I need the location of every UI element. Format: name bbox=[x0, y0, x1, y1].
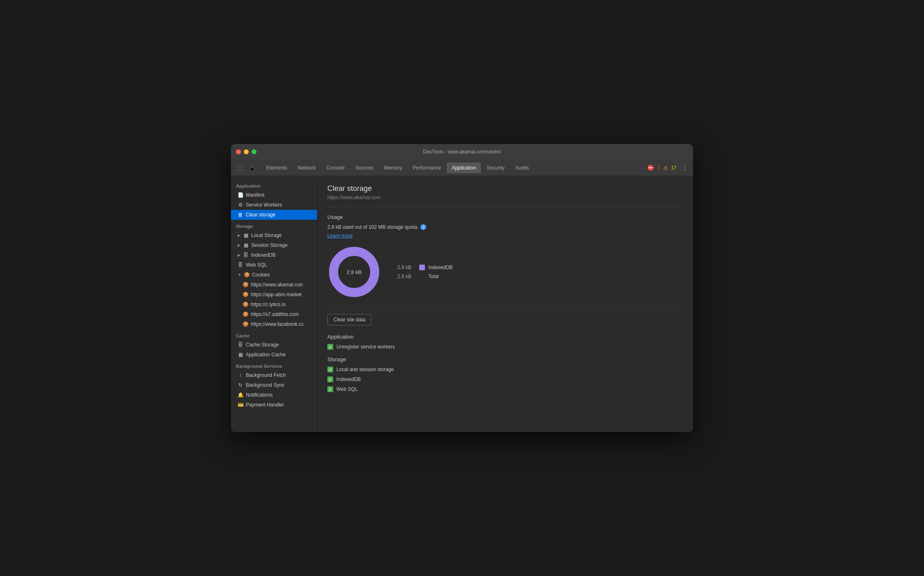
toolbar: ⬚ 📱 Elements Network Console Sources Mem… bbox=[231, 160, 693, 176]
sidebar-label-service-workers: Service Workers bbox=[246, 202, 282, 208]
toolbar-icons: ⬚ 📱 bbox=[234, 163, 257, 173]
sidebar-item-local-storage[interactable]: ▶ ▦ Local Storage bbox=[231, 230, 317, 240]
cookie-akamai-icon: 🍪 bbox=[243, 282, 248, 288]
sidebar-item-cookie-abm[interactable]: 🍪 https://app-abm.market bbox=[231, 290, 317, 300]
checkbox-label-indexeddb: IndexedDB bbox=[336, 376, 361, 382]
service-workers-icon: ⚙ bbox=[238, 202, 243, 208]
sidebar: Application 📄 Manifest ⚙ Service Workers… bbox=[231, 176, 317, 432]
sidebar-section-cache: Cache bbox=[231, 329, 317, 340]
manifest-icon: 📄 bbox=[238, 192, 243, 198]
arrow-session-storage: ▶ bbox=[238, 243, 240, 247]
arrow-indexeddb: ▶ bbox=[238, 253, 240, 257]
app-section-title: Application bbox=[327, 334, 683, 340]
cookie-facebook-icon: 🍪 bbox=[243, 321, 248, 327]
sidebar-item-cookie-facebook[interactable]: 🍪 https://www.facebook.cc bbox=[231, 319, 317, 329]
sidebar-item-indexeddb[interactable]: ▶ 🗄 IndexedDB bbox=[231, 250, 317, 260]
tab-application[interactable]: Application bbox=[447, 163, 481, 173]
storage-section-title: Storage bbox=[327, 356, 683, 362]
usage-value: 2.8 kB used out of 102 MB storage quota. bbox=[327, 224, 418, 230]
sidebar-section-application: Application bbox=[231, 179, 317, 190]
error-count: 3 bbox=[657, 165, 660, 171]
legend-item-total: 2.8 kB Total bbox=[397, 274, 453, 279]
clear-site-data-button[interactable]: Clear site data bbox=[327, 314, 371, 325]
cookie-abm-icon: 🍪 bbox=[243, 292, 248, 297]
minimize-button[interactable] bbox=[244, 149, 249, 154]
indexeddb-icon: 🗄 bbox=[243, 252, 249, 258]
sidebar-item-cookie-addthis[interactable]: 🍪 https://s7.addthis.com bbox=[231, 309, 317, 319]
usage-section-title: Usage bbox=[327, 214, 683, 220]
notifications-icon: 🔔 bbox=[238, 392, 243, 398]
app-checkbox-group: Unregister service workers bbox=[327, 344, 683, 350]
sidebar-label-cache-storage: Cache Storage bbox=[246, 342, 279, 348]
checkbox-indexeddb[interactable]: IndexedDB bbox=[327, 376, 683, 382]
sidebar-item-notifications[interactable]: 🔔 Notifications bbox=[231, 390, 317, 400]
sidebar-label-indexeddb: IndexedDB bbox=[251, 252, 275, 258]
sidebar-item-web-sql[interactable]: 🗄 Web SQL bbox=[231, 260, 317, 270]
cursor-icon[interactable]: ⬚ bbox=[234, 163, 245, 173]
cookie-lytics-icon: 🍪 bbox=[243, 302, 248, 307]
sidebar-label-notifications: Notifications bbox=[246, 392, 273, 398]
sidebar-item-clear-storage[interactable]: 🗑 Clear storage bbox=[231, 210, 317, 220]
sidebar-label-session-storage: Session Storage bbox=[251, 242, 287, 248]
sidebar-item-cookie-akamai[interactable]: 🍪 https://www.akamai.con bbox=[231, 280, 317, 290]
legend-value-total: 2.8 kB bbox=[397, 274, 416, 279]
tab-sources[interactable]: Sources bbox=[350, 163, 378, 173]
devtools-window: DevTools - www.akamai.com/uk/en/ ⬚ 📱 Ele… bbox=[231, 144, 693, 432]
maximize-button[interactable] bbox=[252, 149, 257, 154]
more-menu-button[interactable]: ⋮ bbox=[680, 164, 690, 172]
storage-checkbox-group: Local and session storage IndexedDB Web … bbox=[327, 367, 683, 392]
bg-sync-icon: ↻ bbox=[238, 382, 243, 388]
sidebar-item-manifest[interactable]: 📄 Manifest bbox=[231, 190, 317, 200]
sidebar-item-service-workers[interactable]: ⚙ Service Workers bbox=[231, 200, 317, 210]
arrow-cookies: ▼ bbox=[238, 273, 241, 277]
checkbox-icon-unregister-sw bbox=[327, 344, 333, 350]
traffic-lights bbox=[236, 149, 257, 154]
sidebar-label-app-cache: Application Cache bbox=[246, 352, 286, 358]
sidebar-label-cookie-lytics: https://c.lytics.io bbox=[251, 302, 286, 307]
checkbox-label-local-session: Local and session storage bbox=[336, 367, 394, 372]
sidebar-label-cookie-addthis: https://s7.addthis.com bbox=[251, 311, 299, 317]
tab-console[interactable]: Console bbox=[322, 163, 350, 173]
sidebar-item-app-cache[interactable]: ▦ Application Cache bbox=[231, 350, 317, 360]
sidebar-item-cache-storage[interactable]: 🗄 Cache Storage bbox=[231, 340, 317, 350]
tab-audits[interactable]: Audits bbox=[510, 163, 534, 173]
tab-performance[interactable]: Performance bbox=[408, 163, 446, 173]
sidebar-item-bg-fetch[interactable]: ↕ Background Fetch bbox=[231, 370, 317, 380]
page-url: https://www.akamai.com bbox=[327, 195, 683, 200]
sidebar-label-cookie-akamai: https://www.akamai.con bbox=[251, 282, 303, 288]
legend-label-indexeddb: IndexedDB bbox=[428, 265, 453, 270]
sidebar-section-bg-services: Background Services bbox=[231, 360, 317, 370]
sidebar-label-payment-handler: Payment Handler bbox=[246, 402, 284, 408]
checkbox-local-session[interactable]: Local and session storage bbox=[327, 367, 683, 372]
titlebar: DevTools - www.akamai.com/uk/en/ bbox=[231, 144, 693, 160]
content-panel: Clear storage https://www.akamai.com Usa… bbox=[317, 176, 693, 432]
tab-network[interactable]: Network bbox=[293, 163, 321, 173]
sidebar-label-manifest: Manifest bbox=[246, 192, 264, 198]
checkbox-web-sql[interactable]: Web SQL bbox=[327, 386, 683, 392]
sidebar-item-session-storage[interactable]: ▶ ▦ Session Storage bbox=[231, 240, 317, 250]
device-icon[interactable]: 📱 bbox=[247, 163, 257, 173]
sidebar-item-cookies[interactable]: ▼ 🍪 Cookies bbox=[231, 270, 317, 280]
tab-security[interactable]: Security bbox=[482, 163, 509, 173]
tab-memory[interactable]: Memory bbox=[379, 163, 407, 173]
checkbox-icon-web-sql bbox=[327, 386, 333, 392]
chart-legend: 2.8 kB IndexedDB 2.8 kB Total bbox=[397, 265, 453, 279]
tab-elements[interactable]: Elements bbox=[261, 163, 292, 173]
info-icon[interactable]: i bbox=[420, 224, 426, 230]
app-cache-icon: ▦ bbox=[238, 352, 243, 358]
toolbar-right: ⛔ 3 ⚠ 17 ⋮ bbox=[647, 164, 690, 172]
local-storage-icon: ▦ bbox=[243, 232, 249, 238]
sidebar-item-bg-sync[interactable]: ↻ Background Sync bbox=[231, 380, 317, 390]
legend-label-total: Total bbox=[428, 274, 439, 279]
sidebar-label-cookies: Cookies bbox=[252, 272, 270, 278]
sidebar-item-cookie-lytics[interactable]: 🍪 https://c.lytics.io bbox=[231, 300, 317, 309]
checkbox-icon-local-session bbox=[327, 367, 333, 372]
sidebar-section-storage: Storage bbox=[231, 220, 317, 230]
learn-more-link[interactable]: Learn more bbox=[327, 233, 352, 239]
chart-area: 2.8 kB 2.8 kB IndexedDB 2.8 kB Total bbox=[327, 245, 683, 299]
donut-center-label: 2.8 kB bbox=[347, 269, 362, 275]
checkbox-unregister-sw[interactable]: Unregister service workers bbox=[327, 344, 683, 350]
sidebar-label-cookie-abm: https://app-abm.market bbox=[251, 292, 301, 297]
sidebar-item-payment-handler[interactable]: 💳 Payment Handler bbox=[231, 400, 317, 410]
close-button[interactable] bbox=[236, 149, 241, 154]
